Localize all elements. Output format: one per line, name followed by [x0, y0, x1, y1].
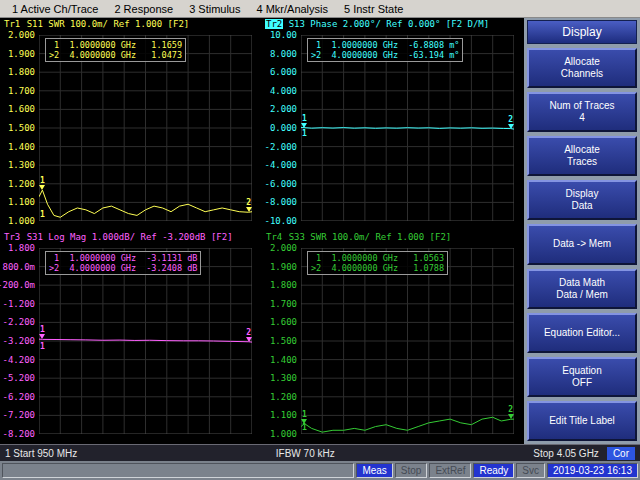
trace-title: Tr3 S31 Log Mag 1.000dB/ Ref -3.200dB [F… — [3, 232, 233, 243]
axis-label: 1.300 — [270, 374, 297, 383]
softkey-equation-editor[interactable]: Equation Editor... — [527, 313, 637, 353]
marker-2: 2 — [508, 116, 514, 129]
trace-title: Tr4 S33 SWR 100.0m/ Ref 1.000 [F2] — [265, 232, 451, 243]
axis-label: -6.000 — [264, 179, 297, 188]
axis-label: 1.100 — [270, 411, 297, 420]
axis-label: 1.800 — [8, 244, 35, 253]
marker-readout-line: 1 1.0000000 GHz 1.1659 — [49, 40, 182, 50]
trace-panel-tr4: Tr4 S33 SWR 100.0m/ Ref 1.000 [F2]2.0001… — [262, 231, 524, 444]
trace-ref-indicator: 1 — [40, 211, 45, 219]
softkey-label: Data Math — [559, 277, 605, 289]
axis-label: -6.200 — [2, 392, 35, 401]
trace-ref-indicator: 1 — [302, 130, 307, 138]
plot-area: 1 1.0000000 GHz -6.8808 m°>2 4.0000000 G… — [301, 35, 514, 221]
softkey-label: Equation — [562, 365, 601, 377]
trace-label[interactable]: Tr4 — [265, 232, 283, 242]
sweep-start-label: 1 Start 950 MHz — [5, 448, 77, 459]
softkey-label: Traces — [567, 156, 597, 168]
softkey-label: 4 — [579, 112, 585, 124]
marker-triangle-icon — [246, 207, 252, 212]
marker-readout-line: >2 4.0000000 GHz 1.0788 — [311, 263, 444, 273]
status-2019-03-23-16-13: 2019-03-23 16:13 — [547, 463, 638, 478]
softkey-edit-title-label[interactable]: Edit Title Label — [527, 401, 637, 441]
marker-number: 1 — [301, 115, 307, 123]
softkey-data-mem[interactable]: Data -> Mem — [527, 224, 637, 264]
y-axis: 2.0001.9001.8001.7001.6001.5001.4001.300… — [0, 35, 38, 221]
axis-label: -8.200 — [2, 430, 35, 439]
axis-label: 1.900 — [270, 262, 297, 271]
marker-triangle-icon — [508, 124, 514, 129]
marker-number: 2 — [246, 329, 252, 337]
axis-label: 1.900 — [8, 49, 35, 58]
softkey-label: OFF — [572, 377, 592, 389]
axis-label: 1.200 — [270, 392, 297, 401]
menu-item-1-active-ch-trace[interactable]: 1 Active Ch/Trace — [4, 3, 106, 15]
axis-label: 8.000 — [270, 49, 297, 58]
y-axis: 2.0001.9001.8001.7001.6001.5001.4001.300… — [262, 248, 300, 434]
plot-area: 1 1.0000000 GHz 1.1659>2 4.0000000 GHz 1… — [39, 35, 252, 221]
trace-panel-tr2: Tr2 S13 Phase 2.000°/ Ref 0.000° [F2 D/M… — [262, 18, 524, 231]
softkey-label: Data — [571, 200, 592, 212]
main-area: Tr1 S11 SWR 100.0m/ Ref 1.000 [F2]2.0001… — [0, 18, 640, 444]
marker-number: 1 — [39, 326, 45, 334]
axis-label: 1.500 — [270, 337, 297, 346]
axis-label: 1.400 — [8, 142, 35, 151]
axis-label: 1.100 — [8, 198, 35, 207]
axis-label: 2.000 — [270, 105, 297, 114]
marker-readout-line: >2 4.0000000 GHz -3.2408 dB — [49, 263, 197, 273]
axis-label: 2.000 — [8, 31, 35, 40]
softkey-label: Allocate — [564, 56, 600, 68]
menu-item-3-stimulus[interactable]: 3 Stimulus — [181, 3, 248, 15]
softkey-allocate-traces[interactable]: AllocateTraces — [527, 136, 637, 176]
status-ready: Ready — [473, 463, 514, 478]
vna-screen: 1 Active Ch/Trace2 Response3 Stimulus4 M… — [0, 0, 640, 480]
axis-label: -3.200 — [2, 337, 35, 346]
trace-title-text: S11 SWR 100.0m/ Ref 1.000 [F2] — [21, 19, 189, 29]
trace-label[interactable]: Tr2 — [265, 19, 283, 29]
marker-readout: 1 1.0000000 GHz 1.1659>2 4.0000000 GHz 1… — [45, 38, 186, 62]
axis-label: -4.000 — [264, 161, 297, 170]
marker-1: 1 — [39, 177, 45, 190]
marker-number: 2 — [246, 199, 252, 207]
marker-readout-line: 1 1.0000000 GHz -6.8808 m° — [311, 40, 459, 50]
ifbw-label: IFBW 70 kHz — [77, 448, 533, 459]
trace-label[interactable]: Tr3 — [3, 232, 21, 242]
trace-title: Tr2 S13 Phase 2.000°/ Ref 0.000° [F2 D/M… — [265, 19, 489, 30]
marker-readout: 1 1.0000000 GHz -6.8808 m°>2 4.0000000 G… — [307, 38, 463, 62]
sweep-stop-label: Stop 4.05 GHz — [533, 448, 599, 459]
marker-number: 1 — [301, 411, 307, 419]
trace-label[interactable]: Tr1 — [3, 19, 21, 29]
menu-item-5-instr-state[interactable]: 5 Instr State — [336, 3, 411, 15]
menu-item-4-mkr-analysis[interactable]: 4 Mkr/Analysis — [248, 3, 336, 15]
axis-label: 1.700 — [270, 299, 297, 308]
softkey-label: Data -> Mem — [553, 238, 611, 250]
softkey-equation-off[interactable]: EquationOFF — [527, 357, 637, 397]
softkey-display-data[interactable]: DisplayData — [527, 180, 637, 220]
axis-label: 1.600 — [270, 318, 297, 327]
trace-title-text: S31 Log Mag 1.000dB/ Ref -3.200dB [F2] — [21, 232, 232, 242]
status-svc: Svc — [516, 463, 545, 478]
marker-2: 2 — [246, 329, 252, 342]
marker-2: 2 — [246, 199, 252, 212]
softkey-data-math-data-mem[interactable]: Data MathData / Mem — [527, 269, 637, 309]
status-filler — [2, 463, 354, 478]
axis-label: 1.000 — [270, 430, 297, 439]
menu-item-2-response[interactable]: 2 Response — [106, 3, 181, 15]
softkey-num-of-traces-4[interactable]: Num of Traces4 — [527, 92, 637, 132]
axis-label: -2.000 — [264, 142, 297, 151]
trace-ref-indicator: 1 — [40, 343, 45, 351]
status-meas: Meas — [356, 463, 392, 478]
softkey-allocate-channels[interactable]: AllocateChannels — [527, 48, 637, 88]
y-axis: 10.008.0006.0004.0002.0000.000-2.000-4.0… — [262, 35, 300, 221]
softkey-label: Equation Editor... — [544, 327, 620, 339]
axis-label: 1.800 — [8, 68, 35, 77]
axis-label: 1.500 — [8, 124, 35, 133]
axis-label: 1.300 — [8, 161, 35, 170]
marker-2: 2 — [508, 406, 514, 419]
axis-label: -4.200 — [2, 355, 35, 364]
y-axis: 1.800800.0m-200.0m-1.200-2.200-3.200-4.2… — [0, 248, 38, 434]
axis-label: 1.600 — [8, 105, 35, 114]
marker-triangle-icon — [246, 337, 252, 342]
menu-bar: 1 Active Ch/Trace2 Response3 Stimulus4 M… — [0, 0, 640, 18]
plot-area: 1 1.0000000 GHz 1.0563>2 4.0000000 GHz 1… — [301, 248, 514, 434]
